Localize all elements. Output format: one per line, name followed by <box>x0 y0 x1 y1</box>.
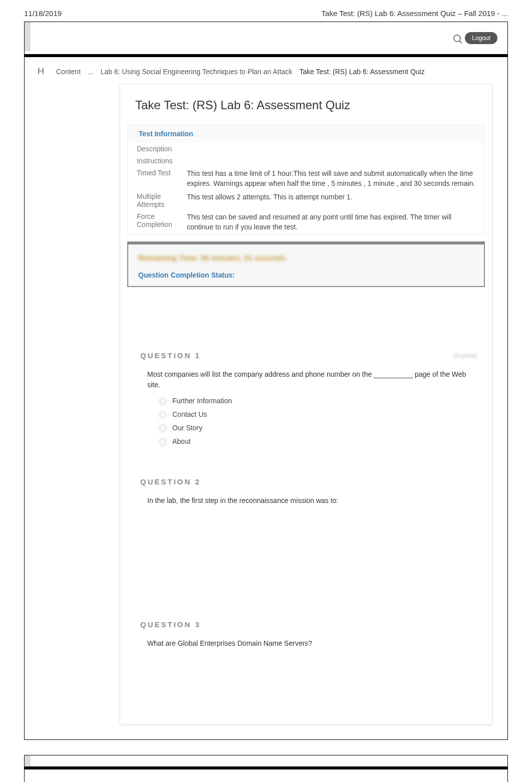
document-title: Take Test: (RS) Lab 6: Assessment Quiz –… <box>322 9 508 18</box>
option-label: Contact Us <box>172 409 207 420</box>
info-label: Multiple Attempts <box>137 192 187 208</box>
info-row-instructions: Instructions <box>128 155 484 167</box>
option-row[interactable]: Further Information <box>147 394 470 408</box>
breadcrumb-ellipsis: ... <box>25 769 507 782</box>
test-information-header[interactable]: Test Information <box>128 125 484 143</box>
search-icon[interactable] <box>453 35 461 42</box>
timer-block: Remaining Time: 59 minutes, 51 seconds. … <box>127 241 485 287</box>
option-label: Further Information <box>172 396 232 406</box>
page-frame: Logout H Content ... Lab 6: Using Social… <box>24 22 508 740</box>
page-title: Take Test: (RS) Lab 6: Assessment Quiz <box>120 84 492 124</box>
question-title: QUESTION 3 <box>140 620 201 629</box>
breadcrumb-content[interactable]: Content <box>56 68 81 76</box>
info-value <box>187 145 475 153</box>
question-1: QUESTION 1 10 points Most companies will… <box>140 347 477 453</box>
question-3: QUESTION 3 What are Global Enterprises D… <box>140 616 477 709</box>
option-label: About <box>172 436 191 447</box>
breadcrumb-current: Take Test: (RS) Lab 6: Assessment Quiz <box>299 68 424 76</box>
top-bar: Logout <box>25 22 507 57</box>
question-body: What are Global Enterprises Domain Name … <box>140 633 477 709</box>
breadcrumb-lab[interactable]: Lab 6: Using Social Engineering Techniqu… <box>101 68 293 76</box>
info-label: Description <box>137 145 187 153</box>
points-text: 10 points <box>452 352 477 359</box>
question-points: 10 points <box>452 352 477 359</box>
question-title: QUESTION 1 <box>140 351 201 360</box>
document-header: 11/18/2019 Take Test: (RS) Lab 6: Assess… <box>0 0 532 22</box>
question-body: Most companies will list the company add… <box>140 364 477 453</box>
test-information-block: Test Information Description Instruction… <box>127 124 485 234</box>
breadcrumb: H Content ... Lab 6: Using Social Engine… <box>25 57 507 84</box>
quiz-panel: Take Test: (RS) Lab 6: Assessment Quiz T… <box>120 84 492 724</box>
info-value: This test has a time limit of 1 hour.Thi… <box>187 169 475 188</box>
document-date: 11/18/2019 <box>24 9 62 18</box>
question-header: QUESTION 3 <box>140 616 477 633</box>
top-bar-2 <box>25 755 507 769</box>
question-title: QUESTION 2 <box>140 477 201 486</box>
question-text: Most companies will list the company add… <box>147 369 470 390</box>
timer-text: Remaining Time: 59 minutes, 51 seconds. <box>138 253 474 262</box>
option-row[interactable]: Our Story <box>147 421 470 435</box>
info-row-force: Force Completion This test can be saved … <box>128 210 484 234</box>
info-value <box>187 157 475 165</box>
info-row-timed: Timed Test This test has a time limit of… <box>128 167 484 190</box>
question-text: In the lab, the first step in the reconn… <box>147 495 470 506</box>
info-value: This test can be saved and resumed at an… <box>187 212 475 232</box>
question-body: In the lab, the first step in the reconn… <box>140 490 477 596</box>
question-completion-status: Question Completion Status: <box>138 271 474 279</box>
question-header: QUESTION 2 <box>140 473 477 490</box>
radio-icon[interactable] <box>159 411 166 418</box>
breadcrumb-home[interactable]: H <box>38 66 44 77</box>
info-label: Timed Test <box>137 169 187 188</box>
info-value: This test allows 2 attempts. This is att… <box>187 192 475 208</box>
content-body: Take Test: (RS) Lab 6: Assessment Quiz T… <box>25 84 507 739</box>
blurred-options <box>147 511 470 591</box>
radio-icon[interactable] <box>159 398 166 405</box>
info-label: Instructions <box>137 157 187 165</box>
logout-button[interactable]: Logout <box>465 32 497 44</box>
question-options: Further Information Contact Us Our Story <box>147 394 470 448</box>
info-row-attempts: Multiple Attempts This test allows 2 att… <box>128 190 484 210</box>
info-label: Force Completion <box>137 212 187 232</box>
option-row[interactable]: Contact Us <box>147 408 470 421</box>
radio-icon[interactable] <box>159 425 166 432</box>
option-label: Our Story <box>172 423 202 433</box>
option-row[interactable]: About <box>147 435 470 448</box>
question-2: QUESTION 2 In the lab, the first step in… <box>140 473 477 596</box>
radio-icon[interactable] <box>159 438 166 445</box>
question-header: QUESTION 1 10 points <box>140 347 477 364</box>
breadcrumb-separator: ... <box>88 68 94 76</box>
question-text: What are Global Enterprises Domain Name … <box>147 638 470 649</box>
blurred-options <box>147 649 470 704</box>
info-row-description: Description <box>128 143 484 155</box>
page-frame-2: ... Remaining Time: 59 minutes, 51 secon… <box>24 755 508 782</box>
